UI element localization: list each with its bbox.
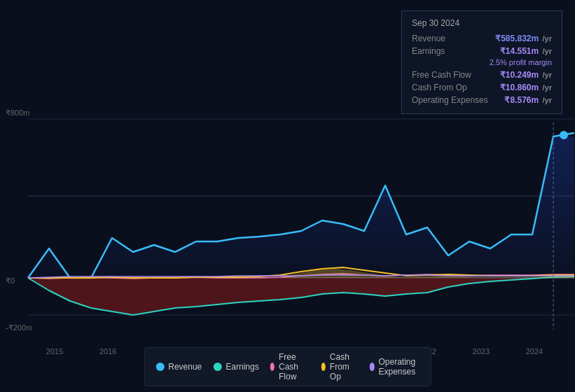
legend-item-free-cash-flow[interactable]: Free Cash Flow [270,352,310,382]
x-label-2015: 2015 [46,347,63,356]
x-label-2023: 2023 [473,347,490,356]
tooltip-box: Sep 30 2024 Revenue ₹585.832m /yr Earnin… [401,10,562,114]
chart-svg [0,112,575,350]
tooltip-label-earnings: Earnings [412,46,489,56]
legend-label-operating-expenses: Operating Expenses [378,357,419,377]
tooltip-row-cash-from: Cash From Op ₹10.860m /yr [412,81,552,94]
svg-point-5 [560,132,567,139]
profit-margin-row: 2.5% profit margin [412,57,552,69]
legend-dot-earnings [213,363,221,371]
legend-item-revenue[interactable]: Revenue [155,362,202,372]
legend-label-cash-from-op: Cash From Op [330,352,359,382]
x-label-2024: 2024 [526,347,543,356]
chart-legend: Revenue Earnings Free Cash Flow Cash Fro… [144,347,431,386]
tooltip-label-free-cash: Free Cash Flow [412,70,489,80]
legend-item-earnings[interactable]: Earnings [213,362,258,372]
tooltip-date: Sep 30 2024 [412,18,552,28]
x-label-2016: 2016 [99,347,116,356]
tooltip-value-cash-from: ₹10.860m /yr [500,83,552,92]
profit-margin-value: 2.5% profit margin [490,58,552,66]
tooltip-value-earnings: ₹14.551m /yr [500,46,552,56]
tooltip-value-free-cash: ₹10.249m /yr [500,70,552,80]
legend-dot-free-cash-flow [270,363,275,371]
legend-dot-cash-from-op [321,363,326,371]
tooltip-row-earnings: Earnings ₹14.551m /yr [412,45,552,57]
legend-label-free-cash-flow: Free Cash Flow [279,352,310,382]
tooltip-value-revenue: ₹585.832m /yr [495,34,552,43]
legend-item-operating-expenses[interactable]: Operating Expenses [370,357,420,377]
tooltip-label-op-exp: Operating Expenses [412,95,489,105]
tooltip-label-cash-from: Cash From Op [412,83,489,92]
legend-dot-operating-expenses [370,363,374,371]
chart-container: Sep 30 2024 Revenue ₹585.832m /yr Earnin… [0,0,575,392]
legend-dot-revenue [155,363,164,371]
legend-label-earnings: Earnings [226,362,258,372]
legend-item-cash-from-op[interactable]: Cash From Op [321,352,359,382]
tooltip-label-revenue: Revenue [412,34,489,43]
tooltip-row-op-exp: Operating Expenses ₹8.576m /yr [412,94,552,106]
tooltip-row-revenue: Revenue ₹585.832m /yr [412,32,552,45]
tooltip-value-op-exp: ₹8.576m /yr [504,95,552,105]
legend-label-revenue: Revenue [168,362,202,372]
tooltip-row-free-cash: Free Cash Flow ₹10.249m /yr [412,69,552,81]
